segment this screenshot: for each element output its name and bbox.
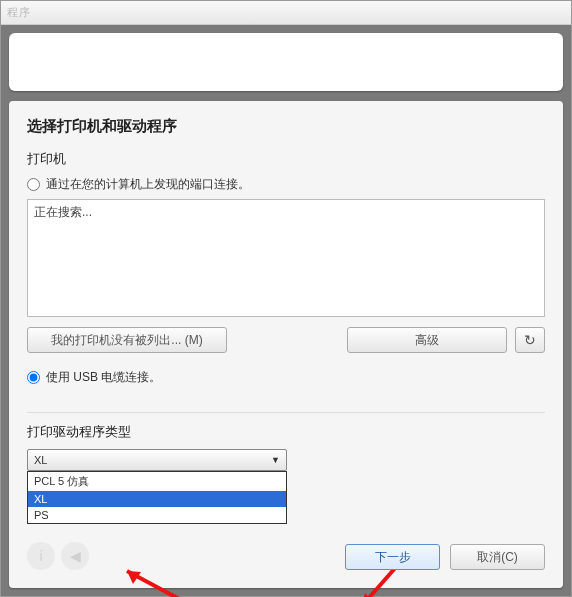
- window-title: 程序: [7, 5, 565, 20]
- header-banner: [9, 33, 563, 91]
- cancel-button[interactable]: 取消(C): [450, 544, 545, 570]
- driver-type-dropdown-wrap: XL ▼ PCL 5 仿真 XL PS: [27, 449, 545, 471]
- next-button[interactable]: 下一步: [345, 544, 440, 570]
- list-buttons-row: 我的打印机没有被列出... (M) 高级 ↻: [27, 327, 545, 353]
- not-listed-label: 我的打印机没有被列出... (M): [51, 332, 202, 349]
- radio-usb[interactable]: [27, 371, 40, 384]
- not-listed-button[interactable]: 我的打印机没有被列出... (M): [27, 327, 227, 353]
- cancel-label: 取消(C): [477, 549, 518, 566]
- installer-window: 程序 选择打印机和驱动程序 打印机 通过在您的计算机上发现的端口连接。 正在搜索…: [0, 0, 572, 597]
- dropdown-option[interactable]: XL: [28, 491, 286, 507]
- advanced-button[interactable]: 高级: [347, 327, 507, 353]
- radio-network[interactable]: [27, 178, 40, 191]
- dropdown-option[interactable]: PCL 5 仿真: [28, 472, 286, 491]
- driver-type-dropdown[interactable]: XL ▼: [27, 449, 287, 471]
- main-panel: 选择打印机和驱动程序 打印机 通过在您的计算机上发现的端口连接。 正在搜索...…: [9, 101, 563, 588]
- footer-left-icons: i ◀: [27, 542, 89, 570]
- dropdown-option[interactable]: PS: [28, 507, 286, 523]
- back-icon: ◀: [61, 542, 89, 570]
- searching-text: 正在搜索...: [34, 205, 92, 219]
- radio-usb-row[interactable]: 使用 USB 电缆连接。: [27, 369, 545, 386]
- driver-type-dropdown-list: PCL 5 仿真 XL PS: [27, 471, 287, 524]
- section-title: 选择打印机和驱动程序: [27, 117, 545, 136]
- radio-network-label: 通过在您的计算机上发现的端口连接。: [46, 176, 250, 193]
- radio-network-row[interactable]: 通过在您的计算机上发现的端口连接。: [27, 176, 545, 193]
- info-icon: i: [27, 542, 55, 570]
- radio-usb-label: 使用 USB 电缆连接。: [46, 369, 161, 386]
- advanced-label: 高级: [415, 332, 439, 349]
- refresh-button[interactable]: ↻: [515, 327, 545, 353]
- window-body: 选择打印机和驱动程序 打印机 通过在您的计算机上发现的端口连接。 正在搜索...…: [1, 25, 571, 596]
- chevron-down-icon: ▼: [271, 455, 280, 465]
- dropdown-selected: XL: [34, 454, 47, 466]
- printer-listbox[interactable]: 正在搜索...: [27, 199, 545, 317]
- driver-type-label: 打印驱动程序类型: [27, 423, 545, 441]
- printer-label: 打印机: [27, 150, 545, 168]
- next-label: 下一步: [375, 549, 411, 566]
- driver-section: 打印驱动程序类型 XL ▼ PCL 5 仿真 XL PS: [27, 412, 545, 471]
- refresh-icon: ↻: [524, 332, 536, 348]
- footer-row: i ◀ 下一步 取消(C): [27, 544, 545, 570]
- titlebar: 程序: [1, 1, 571, 25]
